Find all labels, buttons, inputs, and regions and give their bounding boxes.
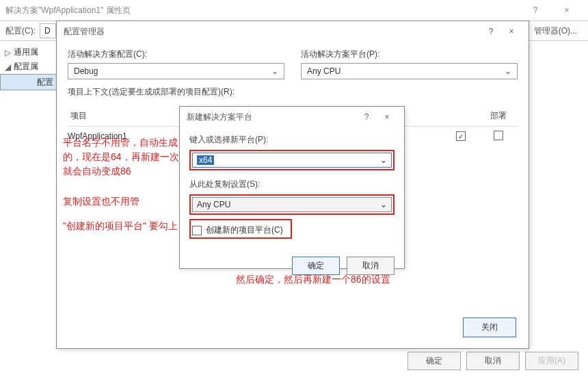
tree-node-common[interactable]: ▷通用属 xyxy=(0,45,58,60)
dlg1-close-icon[interactable]: × xyxy=(501,27,522,36)
new-platform-dialog: 新建解决方案平台 ? × 键入或选择新平台(P): x64⌄ 从此处复制设置(S… xyxy=(179,106,405,269)
collapse-icon: ◢ xyxy=(4,62,11,72)
sol-config-select[interactable]: Debug⌄ xyxy=(68,63,284,79)
copy-from-label: 从此处复制设置(S): xyxy=(189,179,395,190)
hdr-project: 项目 xyxy=(68,106,184,126)
dlg2-titlebar: 新建解决方案平台 ? × xyxy=(180,107,404,127)
chevron-down-icon: ⌄ xyxy=(380,155,387,165)
dlg2-close-icon[interactable]: × xyxy=(377,112,397,122)
close-button[interactable]: × xyxy=(551,0,583,21)
main-window-titlebar: 解决方案"WpfApplication1" 属性页 ? × xyxy=(0,0,588,21)
chevron-down-icon: ⌄ xyxy=(271,66,278,76)
build-checkbox[interactable]: ✓ xyxy=(456,131,466,141)
checkbox-icon xyxy=(192,226,202,235)
help-button[interactable]: ? xyxy=(520,0,551,21)
dlg1-close-button[interactable]: 关闭 xyxy=(463,317,516,337)
annotation-text: "创建新的项目平台" 要勾上 xyxy=(63,219,178,233)
copy-from-select[interactable]: Any CPU⌄ xyxy=(192,197,392,212)
annotation-text: 平台名字不用管，自动生成的，现在是64，再新建一次就会自动变成86 xyxy=(63,135,179,179)
new-platform-label: 键入或选择新平台(P): xyxy=(189,134,395,146)
expand-icon: ▷ xyxy=(4,48,11,57)
deploy-checkbox[interactable] xyxy=(494,131,503,140)
dlg2-help-icon[interactable]: ? xyxy=(356,112,377,122)
tree-node-config-props[interactable]: ◢配置属 xyxy=(0,60,58,74)
chevron-down-icon: ⌄ xyxy=(505,66,511,76)
apply-button[interactable]: 应用(A) xyxy=(525,352,578,370)
config-manager-link[interactable]: 管理器(O)... xyxy=(529,24,583,38)
dlg1-title: 配置管理器 xyxy=(64,26,481,38)
nav-tree: ▷通用属 ◢配置属 配置 xyxy=(0,41,59,335)
annotation-box: x64⌄ xyxy=(189,150,395,170)
new-platform-select[interactable]: x64⌄ xyxy=(192,153,392,168)
annotation-box: 创建新的项目平台(C) xyxy=(189,219,292,239)
cancel-button[interactable]: 取消 xyxy=(466,352,520,370)
sol-platform-select[interactable]: Any CPU⌄ xyxy=(301,63,518,79)
chevron-down-icon: ⌄ xyxy=(380,200,387,209)
main-window-title: 解决方案"WpfApplication1" 属性页 xyxy=(5,5,520,16)
dlg1-help-icon[interactable]: ? xyxy=(481,27,501,36)
create-project-platform-check[interactable]: 创建新的项目平台(C) xyxy=(192,224,289,236)
sol-config-label: 活动解决方案配置(C): xyxy=(68,49,284,60)
hdr-deploy: 部署 xyxy=(479,106,518,126)
annotation-text: 复制设置也不用管 xyxy=(63,194,139,209)
dlg1-titlebar: 配置管理器 ? × xyxy=(57,21,529,42)
context-label: 项目上下文(选定要生成或部署的项目配置)(R): xyxy=(68,86,518,98)
tree-node-config[interactable]: 配置 xyxy=(0,74,58,90)
sol-platform-label: 活动解决方案平台(P): xyxy=(301,49,518,60)
annotation-text: 然后确定，然后再新建一个86的设置 xyxy=(236,272,390,287)
annotation-box: Any CPU⌄ xyxy=(189,194,395,215)
config-combo[interactable]: D xyxy=(40,23,56,38)
ok-button[interactable]: 确定 xyxy=(407,352,461,370)
dlg2-title: 新建解决方案平台 xyxy=(187,112,356,123)
config-label: 配置(C): xyxy=(5,25,36,37)
main-buttons: 确定 取消 应用(A) xyxy=(407,352,578,370)
